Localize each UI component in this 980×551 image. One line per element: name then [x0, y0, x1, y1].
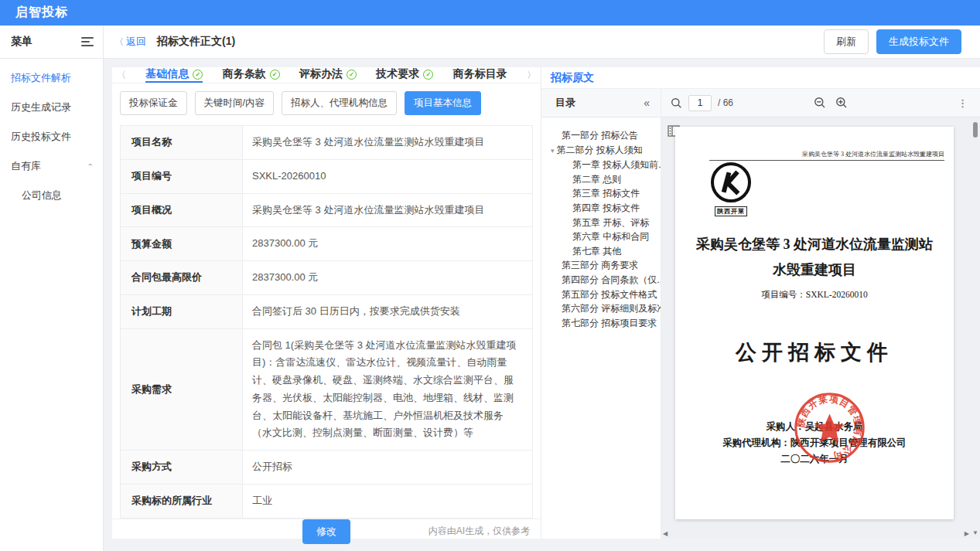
toc-list: 第一部分 招标公告 ▾第二部分 投标人须知 第一章 投标人须知前... 第二章 … — [541, 117, 661, 539]
toc-item[interactable]: 第七章 其他 — [541, 244, 657, 259]
sidebar-item-bid-file-parse[interactable]: 招标文件解析 — [0, 63, 103, 93]
scroll-right-icon[interactable]: ▶ — [965, 530, 969, 537]
toc-item[interactable]: ▾第二部分 投标人须知 — [541, 143, 657, 158]
original-document-panel: 招标原文 目录 « / 66 — [541, 67, 980, 539]
logo-mark-icon — [718, 169, 744, 196]
company-logo: 陕西开莱 — [708, 162, 754, 216]
row-value: 采购吴仓堡等 3 处河道水位流量监测站水毁重建项目 — [243, 126, 532, 159]
more-options-icon[interactable]: ⋮ — [954, 97, 971, 109]
toc-item[interactable]: 第五章 开标、评标 — [541, 216, 657, 230]
table-row: 合同包最高限价 2837300.00 元 — [121, 261, 532, 295]
logo-circle-icon — [711, 162, 751, 202]
panel-footer: 修改 内容由AI生成，仅供参考 — [112, 519, 541, 544]
app-logo: 启智投标 — [15, 5, 68, 21]
sidebar-item-label: 历史投标文件 — [11, 130, 71, 144]
tab-business-terms[interactable]: 商务条款 ✓ — [223, 67, 280, 83]
project-info-table: 项目名称 采购吴仓堡等 3 处河道水位流量监测站水毁重建项目 项目编号 SXKL… — [120, 125, 533, 519]
pdf-title-line1: 采购吴仓堡等 3 处河道水位流量监测站 — [675, 232, 954, 257]
row-label: 采购方式 — [121, 451, 243, 484]
header-actions: 刷新 生成投标文件 — [824, 29, 961, 54]
tab-business-bid-catalog[interactable]: 商务标目录 — [453, 67, 507, 83]
scroll-left-icon[interactable]: ◀ — [663, 530, 668, 537]
toc-item[interactable]: 第五部分 投标文件格式 — [541, 287, 657, 302]
check-circle-icon: ✓ — [423, 70, 433, 80]
table-row: 采购需求 合同包 1(采购吴仓堡等 3 处河道水位流量监测站水毁重建项目)：含雷… — [121, 329, 532, 451]
toc-item[interactable]: 第一部分 招标公告 — [541, 128, 657, 143]
page-number-input[interactable] — [688, 95, 712, 111]
toc-item[interactable]: 第三章 招标文件 — [541, 186, 657, 201]
pdf-running-header: 采购吴仓堡等 3 处河道水位流量监测站水毁重建项目 — [709, 150, 944, 161]
page-total: / 66 — [718, 97, 733, 108]
toc-item[interactable]: 第七部分 招标项目要求 — [541, 316, 657, 331]
table-row: 项目概况 采购吴仓堡等 3 处河道水位流量监测站水毁重建项目 — [121, 194, 532, 228]
tab-evaluation-method[interactable]: 评标办法 ✓ — [299, 67, 357, 83]
row-label: 项目编号 — [121, 160, 243, 193]
modify-button[interactable]: 修改 — [302, 519, 350, 544]
row-value: 2837300.00 元 — [243, 227, 532, 260]
sidebar-item-label: 公司信息 — [22, 189, 62, 202]
sidebar-item-history-bid-files[interactable]: 历史投标文件 — [0, 122, 103, 151]
row-label: 采购标的所属行业 — [121, 485, 243, 518]
tab-basic-info[interactable]: 基础信息 ✓ — [145, 67, 203, 83]
check-circle-icon: ✓ — [270, 70, 280, 80]
original-doc-tab[interactable]: 招标原文 — [541, 67, 980, 89]
top-bar: 启智投标 — [0, 0, 980, 26]
row-value: 工业 — [243, 485, 532, 518]
tab-label: 评标办法 — [299, 67, 343, 81]
vertical-scrollbar-thumb[interactable] — [973, 122, 978, 138]
pdf-page: 采购吴仓堡等 3 处河道水位流量监测站水毁重建项目 陕西开莱 采购吴仓堡等 3 … — [675, 127, 954, 519]
back-button[interactable]: 〈 返回 — [114, 35, 146, 49]
row-label: 计划工期 — [121, 295, 243, 328]
zoom-in-icon[interactable] — [835, 97, 848, 109]
refresh-button[interactable]: 刷新 — [824, 29, 869, 54]
pdf-project-title: 采购吴仓堡等 3 处河道水位流量监测站 水毁重建项目 — [675, 232, 954, 283]
toc-item[interactable]: 第四部分 合同条款（仅... — [541, 273, 657, 287]
toc-item[interactable]: 第四章 投标文件 — [541, 201, 657, 216]
tab-label: 商务标目录 — [453, 67, 507, 81]
collapse-menu-icon[interactable] — [81, 37, 94, 46]
sidebar-item-label: 历史生成记录 — [11, 100, 71, 114]
menu-header: 菜单 — [0, 26, 104, 58]
breadcrumb: 〈 返回 招标文件正文(1) 刷新 生成投标文件 — [104, 26, 980, 58]
tabs-scroll-right-icon[interactable]: 〉 — [527, 69, 536, 82]
sidebar-item-label: 招标文件解析 — [11, 71, 71, 85]
section-tabs: 〈 基础信息 ✓ 商务条款 ✓ 评标办法 ✓ 技术要求 ✓ 商务标目录 〉 — [112, 67, 541, 83]
check-circle-icon: ✓ — [193, 70, 203, 80]
chip-project-basic-info[interactable]: 项目基本信息 — [405, 91, 481, 115]
pdf-toolbar: 目录 « / 66 — [541, 89, 980, 117]
sidebar-item-own-library[interactable]: 自有库 ⌃ — [0, 151, 103, 181]
chip-key-times[interactable]: 关键时间/内容 — [195, 91, 274, 115]
table-row: 计划工期 合同签订后 30 日历日内，按要求完成供货安装 — [121, 295, 532, 329]
header-band: 菜单 〈 返回 招标文件正文(1) 刷新 生成投标文件 — [0, 26, 980, 59]
tab-label: 技术要求 — [376, 67, 419, 81]
sidebar-item-company-info[interactable]: 公司信息 — [0, 181, 103, 210]
parsed-info-panel: 〈 基础信息 ✓ 商务条款 ✓ 评标办法 ✓ 技术要求 ✓ 商务标目录 〉 — [112, 67, 541, 539]
zoom-out-icon[interactable] — [814, 97, 826, 109]
toc-item[interactable]: 第三部分 商务要求 — [541, 258, 657, 273]
pdf-project-number: 项目编号：SXKL-20260010 — [675, 289, 954, 301]
caret-down-icon: ▾ — [551, 147, 555, 155]
chip-tenderer-agency-info[interactable]: 招标人、代理机构信息 — [282, 91, 397, 115]
chevron-left-icon: 〈 — [114, 36, 124, 49]
tab-technical-requirements[interactable]: 技术要求 ✓ — [376, 67, 433, 83]
collapse-toc-icon[interactable]: « — [644, 97, 650, 109]
sidebar-item-history-generated[interactable]: 历史生成记录 — [0, 93, 103, 122]
row-value: 合同包 1(采购吴仓堡等 3 处河道水位流量监测站水毁重建项目)：含雷达流速仪、… — [243, 329, 532, 451]
tabs-scroll-left-icon[interactable]: 〈 — [117, 69, 126, 82]
row-label: 采购需求 — [121, 329, 243, 451]
toc-item[interactable]: 第六章 中标和合同 — [541, 230, 657, 244]
row-value: 公开招标 — [243, 451, 532, 484]
table-row: 采购方式 公开招标 — [121, 451, 532, 485]
toc-item[interactable]: 第二章 总则 — [541, 172, 657, 187]
toc-item-label: 第二部分 投标人须知 — [557, 145, 643, 155]
generate-bid-button[interactable]: 生成投标文件 — [876, 29, 961, 54]
zoom-controls — [814, 97, 848, 109]
chip-bid-bond[interactable]: 投标保证金 — [120, 91, 187, 115]
horizontal-scrollbar[interactable]: ◀ ▶ — [663, 529, 969, 538]
toc-item[interactable]: 第六部分 评标细则及标准 — [541, 301, 657, 316]
toc-item[interactable]: 第一章 投标人须知前... — [541, 158, 657, 172]
search-icon[interactable] — [671, 97, 682, 109]
vertical-scrollbar[interactable]: ▼ — [971, 119, 979, 526]
toc-header: 目录 « — [541, 89, 661, 117]
scroll-down-icon[interactable]: ▼ — [972, 529, 978, 536]
